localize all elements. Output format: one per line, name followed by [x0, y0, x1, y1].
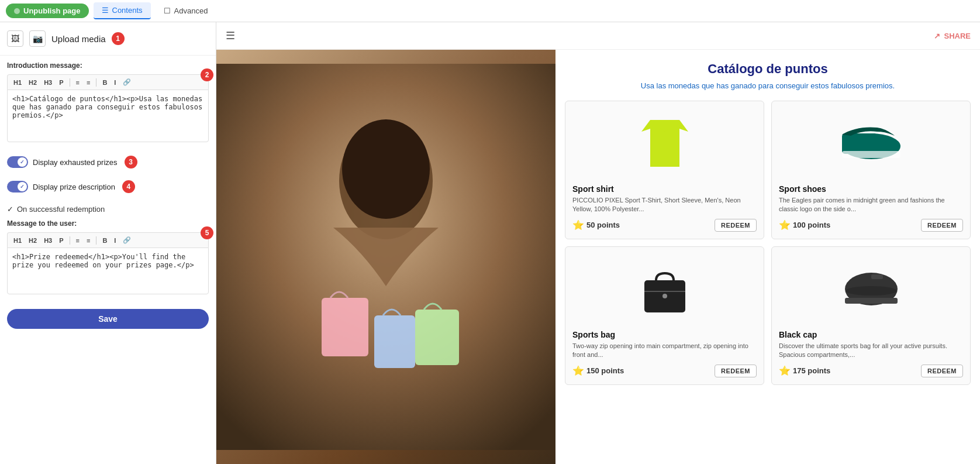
prize-image [779, 108, 963, 178]
image-icon[interactable]: 🖼 [7, 30, 23, 47]
prize-image [572, 108, 757, 178]
svg-rect-16 [871, 274, 883, 279]
prize-card: Black cap Discover the ultimate sports b… [771, 246, 971, 385]
step-badge-4: 4 [122, 180, 135, 193]
prize-grid: Sport shirt PICCOLIO PIXEL Sport T-Shirt… [565, 101, 971, 385]
toolbar-p[interactable]: P [57, 78, 65, 87]
advanced-tab-label: Advanced [174, 6, 208, 15]
exhausted-prizes-toggle[interactable] [7, 156, 28, 168]
prize-description-toggle[interactable] [7, 181, 28, 193]
redeem-button[interactable]: REDEEM [715, 365, 757, 377]
svg-rect-15 [845, 298, 898, 304]
preview-content: Catálogo de puntos Usa las monedas que h… [216, 50, 980, 464]
prize-description: PICCOLIO PIXEL Sport T-Shirt, Short Slee… [572, 196, 757, 214]
upload-media-label: Upload media [51, 34, 106, 44]
toolbar-divider-2 [96, 78, 96, 87]
msg-toolbar-p[interactable]: P [57, 236, 65, 245]
msg-toolbar-h1[interactable]: H1 [11, 236, 24, 245]
hamburger-icon[interactable]: ☰ [226, 29, 235, 42]
left-panel: 🖼 📷 Upload media 1 Introduction message:… [0, 22, 216, 464]
svg-rect-5 [415, 310, 459, 365]
upload-media-row: 🖼 📷 Upload media 1 [0, 22, 216, 56]
message-toolbar: H1 H2 H3 P ≡ ≡ B I 🔗 [7, 232, 209, 248]
toolbar-ol[interactable]: ≡ [84, 78, 92, 87]
contents-tab-label: Contents [112, 6, 143, 15]
intro-message-section: Introduction message: 2 H1 H2 H3 P ≡ ≡ B… [0, 56, 216, 150]
svg-rect-4 [374, 315, 415, 368]
catalog-panel: Catálogo de puntos Usa las monedas que h… [555, 50, 980, 464]
star-icon: ⭐ [779, 365, 791, 376]
redeem-button[interactable]: REDEEM [921, 219, 963, 232]
unpublish-button[interactable]: Unpublish page [6, 4, 89, 18]
prize-card: Sport shirt PICCOLIO PIXEL Sport T-Shirt… [565, 101, 764, 239]
msg-toolbar-bold[interactable]: B [100, 236, 109, 245]
catalog-title: Catálogo de puntos [565, 61, 971, 77]
toolbar-ul[interactable]: ≡ [74, 78, 82, 87]
svg-point-17 [846, 286, 897, 295]
save-button[interactable]: Save [7, 309, 209, 329]
prize-name: Sports bag [572, 330, 757, 339]
toolbar-bold[interactable]: B [100, 78, 109, 87]
redeem-button[interactable]: REDEEM [715, 219, 757, 232]
points-value: 150 points [586, 366, 624, 375]
svg-rect-3 [322, 298, 368, 356]
points-value: 50 points [586, 221, 620, 229]
prize-footer: ⭐ 150 points REDEEM [572, 365, 757, 377]
status-dot [14, 8, 20, 14]
svg-point-2 [342, 119, 430, 219]
msg-toolbar-italic[interactable]: I [112, 236, 118, 245]
right-preview: ☰ ↗ SHARE [216, 22, 980, 464]
prize-name: Sport shirt [572, 184, 757, 194]
step-badge-3: 3 [125, 156, 137, 169]
prize-description-row: Display prize description 4 [0, 174, 216, 199]
media-icon[interactable]: 📷 [29, 30, 46, 47]
svg-rect-9 [842, 133, 877, 154]
prize-description-label: Display prize description [33, 183, 115, 191]
message-rt-wrapper: 5 H1 H2 H3 P ≡ ≡ B I 🔗 <h1>Prize redeeme… [7, 232, 209, 296]
svg-rect-10 [842, 151, 900, 158]
svg-rect-12 [644, 291, 685, 292]
toolbar-italic[interactable]: I [112, 78, 118, 87]
preview-topbar: ☰ ↗ SHARE [216, 22, 980, 50]
toolbar-h3[interactable]: H3 [42, 78, 54, 87]
prize-description: Discover the ultimate sports bag for all… [779, 342, 963, 360]
message-section: Message to the user: 5 H1 H2 H3 P ≡ ≡ B … [0, 217, 216, 302]
intro-message-label: Introduction message: [7, 61, 209, 70]
msg-toolbar-ul[interactable]: ≡ [74, 236, 82, 245]
tab-contents[interactable]: ☰ Contents [94, 2, 151, 19]
msg-toolbar-ol[interactable]: ≡ [84, 236, 92, 245]
msg-toolbar-h3[interactable]: H3 [42, 236, 54, 245]
prize-points: ⭐ 100 points [779, 219, 830, 231]
points-value: 100 points [793, 221, 830, 229]
step-badge-5: 5 [201, 226, 213, 239]
intro-toolbar: H1 H2 H3 P ≡ ≡ B I 🔗 [7, 74, 209, 90]
step-badge-1: 1 [112, 32, 125, 45]
prize-footer: ⭐ 50 points REDEEM [572, 219, 757, 232]
redemption-header: ✓ On successful redemption [0, 199, 216, 217]
toolbar-h1[interactable]: H1 [11, 78, 24, 87]
unpublish-label: Unpublish page [23, 6, 81, 15]
prize-description: The Eagles pair comes in midnight green … [779, 196, 963, 214]
hero-svg [216, 64, 555, 450]
intro-message-textarea[interactable]: <h1>Catálogo de puntos</h1><p>Usa las mo… [7, 90, 209, 142]
message-textarea[interactable]: <h1>Prize redeemed</h1><p>You'll find th… [7, 248, 209, 294]
prize-points: ⭐ 150 points [572, 365, 624, 376]
prize-footer: ⭐ 100 points REDEEM [779, 219, 963, 232]
exhausted-thumb [18, 157, 27, 167]
prize-name: Sport shoes [779, 184, 963, 194]
points-value: 175 points [793, 366, 830, 375]
intro-rt-wrapper: 2 H1 H2 H3 P ≡ ≡ B I 🔗 <h1>Catálogo de p… [7, 74, 209, 144]
prize-footer: ⭐ 175 points REDEEM [779, 365, 963, 377]
toolbar-link[interactable]: 🔗 [120, 77, 133, 87]
share-button[interactable]: ↗ SHARE [934, 32, 971, 40]
redeem-button[interactable]: REDEEM [921, 365, 963, 377]
toolbar-h2[interactable]: H2 [26, 78, 39, 87]
msg-toolbar-h2[interactable]: H2 [26, 236, 39, 245]
tab-advanced[interactable]: ☐ Advanced [156, 3, 216, 19]
exhausted-prizes-row: Display exhausted prizes 3 [0, 150, 216, 174]
prize-name: Black cap [779, 330, 963, 339]
star-icon: ⭐ [572, 219, 584, 231]
top-bar: Unpublish page ☰ Contents ☐ Advanced [0, 0, 980, 22]
msg-toolbar-link[interactable]: 🔗 [120, 235, 133, 245]
description-thumb [18, 182, 27, 191]
